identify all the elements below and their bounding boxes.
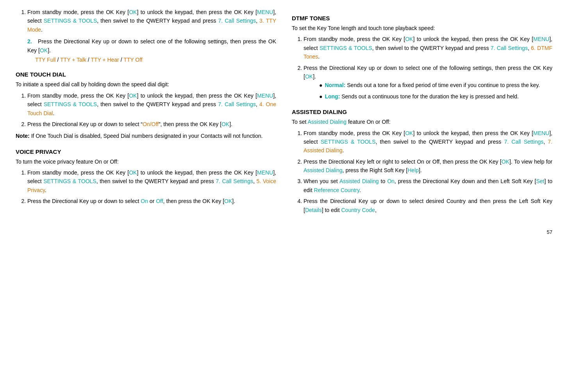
voice-privacy-intro: To turn the voice privacy feature On or … [16,157,276,166]
note-bold: Note: [16,133,30,139]
voice-privacy-heading: VOICE PRIVACY [16,148,276,155]
tty-sep3: / [119,57,123,63]
dtmf-step1: From standby mode, press the OK Key [OK]… [304,35,552,61]
ad-step4-countrycode: Country Code [341,207,375,213]
otd-step1-settings: SETTINGS & TOOLS [44,101,97,107]
otd-step1-ok: OK [129,93,137,99]
left-column: From standby mode, press the OK Key [OK]… [16,8,276,217]
vp-step2-ok: OK [224,198,232,204]
voice-privacy-step2: Press the Directional Key up or down to … [27,197,276,205]
dtmf-tones-heading: DTMF TONES [292,15,552,21]
dtmf-long-bold: Long: [325,93,340,100]
tty-sep2: / [86,57,91,63]
tty-options: TTY Full / TTY + Talk / TTY + Hear / TTY… [35,55,276,64]
assisted-step4: Press the Directional Key up or down to … [304,197,552,214]
dtmf-step1-settings: SETTINGS & TOOLS [320,45,372,51]
dtmf-options-list: Normal: Sends out a tone for a fixed per… [319,81,552,101]
ad-step3-on: On [387,178,395,184]
ad-step3-set: Set [536,178,544,184]
intro-assisted: Assisted Dialing [307,119,347,125]
vp-step1-settings: SETTINGS & TOOLS [43,178,96,184]
one-touch-dial-list: From standby mode, press the OK Key [OK]… [27,91,276,129]
ad-step4-details: Details [305,207,322,213]
tty-step-1: From standby mode, press the OK Key [OK]… [27,8,276,34]
ad-step1-callsettings: 7. Call Settings [504,139,543,145]
tty-step1-settings: SETTINGS & TOOLS [44,18,97,24]
dtmf-option-normal: Normal: Sends out a tone for a fixed per… [319,81,552,89]
dtmf-normal-bold: Normal: [325,82,345,88]
otd-onoff: On/Off [143,121,159,127]
ad-step1-menu: MENU [533,130,549,136]
otd-step2-ok: OK [221,121,229,127]
tty-sep1: / [56,57,60,63]
ad-step2-help: Help [407,167,419,173]
page-number: 57 [16,229,552,235]
tty-talk: TTY + Talk [60,57,86,63]
tty-full: TTY Full [35,57,56,63]
tty-hear: TTY + Hear [91,57,119,63]
otd-step1-menu: MENU [257,93,273,99]
assisted-dialing-list: From standby mode, press the OK Key [OK]… [304,129,552,215]
one-touch-dial-step2: Press the Directional Key up or down to … [27,120,276,128]
vp-on: On [141,198,148,204]
one-touch-dial-note: Note: If One Touch Dial is disabled, Spe… [16,132,276,140]
assisted-dialing-intro: To set Assisted Dialing feature On or Of… [292,118,552,126]
vp-step1-ok: OK [129,169,137,176]
ad-step3-refcountry: Reference Country [314,187,359,193]
right-column: DTMF TONES To set the Key Tone length an… [292,8,552,217]
vp-step1-callsettings: 7. Call Settings [216,178,253,184]
tty-step1-text: From standby mode, press the OK Key [OK]… [27,9,276,33]
voice-privacy-step1: From standby mode, press the OK Key [OK]… [27,168,276,194]
one-touch-dial-intro: To initiate a speed dial call by holding… [16,80,276,89]
dtmf-tones-list: From standby mode, press the OK Key [OK]… [304,35,552,101]
tty-steps-list: From standby mode, press the OK Key [OK]… [27,8,276,34]
assisted-step1: From standby mode, press the OK Key [OK]… [304,129,552,155]
dtmf-option-long: Long: Sends out a continuous tone for th… [319,92,552,101]
ad-step2-assisted: Assisted Dialing [304,167,343,173]
tty-off: TTY Off [123,57,143,63]
assisted-dialing-heading: ASSISTED DIALING [292,109,552,115]
ad-step2-ok: OK [502,159,509,165]
ad-step1-settings: SETTINGS & TOOLS [321,139,376,145]
dtmf-step2-ok: OK [305,73,313,80]
vp-off: Off [156,198,163,204]
vp-step1-menu: MENU [257,169,273,176]
dtmf-step1-menu: MENU [533,36,549,42]
one-touch-dial-step1: From standby mode, press the OK Key [OK]… [27,91,276,118]
ad-step1-ok: OK [405,130,413,136]
tty-step2-ok: OK [40,47,48,53]
tty-step1-ok: OK [129,9,137,15]
otd-step1-callsettings: 7. Call Settings [218,101,256,107]
assisted-step2: Press the Directional Key left or right … [304,157,552,175]
tty-step1-menu: MENU [257,9,273,15]
dtmf-step1-ok: OK [405,36,413,42]
assisted-step3: When you set Assisted Dialing to On, pre… [304,177,552,194]
dtmf-tones-intro: To set the Key Tone length and touch ton… [292,24,552,32]
dtmf-step1-callsettings: 7. Call Settings [491,45,528,51]
ad-step3-assisted: Assisted Dialing [339,178,379,184]
tty-step1-callsettings: 7. Call Settings [218,18,256,24]
dtmf-step2: Press the Directional Key up or down to … [304,64,552,101]
tty-step2-intro: 2. Press the Directional Key up or down … [27,37,276,55]
tty-step2-num: 2. [27,38,32,45]
one-touch-dial-heading: ONE TOUCH DIAL [16,71,276,78]
voice-privacy-list: From standby mode, press the OK Key [OK]… [27,168,276,206]
